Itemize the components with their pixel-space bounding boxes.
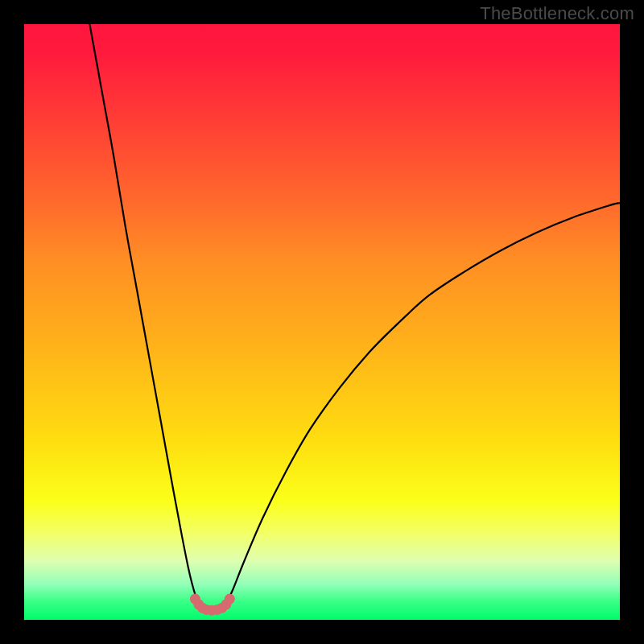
- chart-plot-area: [24, 24, 620, 620]
- watermark-text: TheBottleneck.com: [480, 3, 634, 24]
- chart-svg: [24, 24, 620, 620]
- dip-marker-dot: [225, 594, 235, 605]
- dip-marker-group: [190, 594, 235, 616]
- curve-right-branch: [225, 203, 620, 605]
- curve-left-branch: [89, 24, 199, 605]
